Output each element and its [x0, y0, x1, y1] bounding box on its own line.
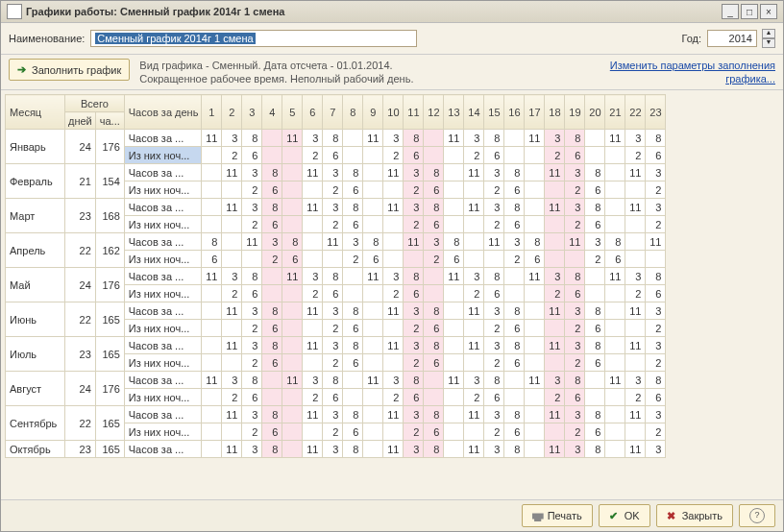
- data-cell[interactable]: [282, 302, 303, 320]
- data-cell[interactable]: 2: [625, 147, 646, 164]
- data-cell[interactable]: [383, 354, 404, 372]
- data-cell[interactable]: 11: [282, 130, 303, 147]
- data-cell[interactable]: 6: [404, 389, 424, 406]
- data-cell[interactable]: [282, 216, 303, 233]
- data-cell[interactable]: 11: [484, 233, 504, 251]
- data-cell[interactable]: [303, 354, 323, 372]
- data-cell[interactable]: 6: [262, 423, 282, 441]
- data-cell[interactable]: 2: [222, 389, 242, 406]
- data-cell[interactable]: [343, 285, 363, 302]
- data-cell[interactable]: 3: [646, 164, 666, 181]
- data-cell[interactable]: 6: [484, 147, 504, 164]
- data-cell[interactable]: 6: [504, 354, 525, 372]
- minimize-button[interactable]: _: [722, 4, 739, 19]
- data-cell[interactable]: 3: [262, 233, 282, 251]
- data-cell[interactable]: 6: [262, 320, 282, 337]
- data-cell[interactable]: 8: [585, 441, 605, 458]
- data-cell[interactable]: 2: [323, 354, 343, 372]
- data-cell[interactable]: 6: [404, 147, 424, 164]
- data-cell[interactable]: 6: [424, 320, 444, 337]
- data-cell[interactable]: 8: [484, 268, 504, 285]
- data-cell[interactable]: 3: [484, 199, 504, 216]
- data-cell[interactable]: 11: [222, 199, 242, 216]
- data-cell[interactable]: 6: [504, 423, 525, 441]
- data-cell[interactable]: [565, 251, 585, 268]
- data-cell[interactable]: 3: [323, 199, 343, 216]
- maximize-button[interactable]: □: [741, 4, 758, 19]
- data-cell[interactable]: [262, 372, 282, 389]
- data-cell[interactable]: 11: [605, 130, 625, 147]
- data-cell[interactable]: [545, 216, 565, 233]
- data-cell[interactable]: 3: [484, 302, 504, 320]
- data-cell[interactable]: 11: [202, 372, 222, 389]
- data-cell[interactable]: 3: [464, 268, 484, 285]
- data-cell[interactable]: 3: [323, 302, 343, 320]
- data-cell[interactable]: 2: [303, 389, 323, 406]
- data-cell[interactable]: 2: [222, 285, 242, 302]
- data-cell[interactable]: 3: [646, 406, 666, 423]
- data-cell[interactable]: 11: [222, 406, 242, 423]
- data-cell[interactable]: [525, 389, 545, 406]
- data-cell[interactable]: 8: [646, 372, 666, 389]
- col-day-2[interactable]: 2: [222, 95, 242, 130]
- data-cell[interactable]: [303, 181, 323, 199]
- data-cell[interactable]: 8: [343, 406, 363, 423]
- data-cell[interactable]: 8: [605, 233, 625, 251]
- data-cell[interactable]: [444, 302, 464, 320]
- data-cell[interactable]: 6: [282, 251, 303, 268]
- data-cell[interactable]: [545, 233, 565, 251]
- data-cell[interactable]: 2: [222, 147, 242, 164]
- data-cell[interactable]: 3: [383, 130, 404, 147]
- data-cell[interactable]: 2: [424, 251, 444, 268]
- data-cell[interactable]: [464, 233, 484, 251]
- data-cell[interactable]: 8: [242, 372, 262, 389]
- data-cell[interactable]: 11: [222, 164, 242, 181]
- data-cell[interactable]: [605, 216, 625, 233]
- data-cell[interactable]: 2: [323, 320, 343, 337]
- data-cell[interactable]: 3: [343, 233, 363, 251]
- data-cell[interactable]: [424, 372, 444, 389]
- data-cell[interactable]: [605, 320, 625, 337]
- data-cell[interactable]: [444, 320, 464, 337]
- data-cell[interactable]: 11: [525, 130, 545, 147]
- data-cell[interactable]: 11: [565, 233, 585, 251]
- data-cell[interactable]: 3: [404, 164, 424, 181]
- data-cell[interactable]: [383, 233, 404, 251]
- data-cell[interactable]: 3: [404, 337, 424, 354]
- data-cell[interactable]: [525, 164, 545, 181]
- data-cell[interactable]: 2: [404, 181, 424, 199]
- data-cell[interactable]: 8: [484, 130, 504, 147]
- data-cell[interactable]: 6: [444, 251, 464, 268]
- data-cell[interactable]: [363, 164, 383, 181]
- col-day-17[interactable]: 17: [525, 95, 545, 130]
- data-cell[interactable]: 3: [646, 337, 666, 354]
- data-cell[interactable]: 2: [404, 320, 424, 337]
- data-cell[interactable]: 3: [323, 337, 343, 354]
- data-cell[interactable]: 2: [464, 147, 484, 164]
- data-cell[interactable]: [202, 389, 222, 406]
- data-cell[interactable]: 11: [525, 372, 545, 389]
- data-cell[interactable]: 2: [484, 354, 504, 372]
- data-cell[interactable]: [363, 216, 383, 233]
- col-hours[interactable]: ча...: [95, 112, 124, 130]
- data-cell[interactable]: 6: [585, 320, 605, 337]
- data-cell[interactable]: 3: [303, 372, 323, 389]
- table-row[interactable]: Январь24176Часов за ...11381138113811381…: [6, 130, 666, 147]
- data-cell[interactable]: 2: [484, 320, 504, 337]
- data-cell[interactable]: [202, 216, 222, 233]
- data-cell[interactable]: [262, 285, 282, 302]
- data-cell[interactable]: 8: [262, 302, 282, 320]
- data-cell[interactable]: 6: [242, 147, 262, 164]
- data-cell[interactable]: 2: [242, 320, 262, 337]
- data-cell[interactable]: 3: [404, 441, 424, 458]
- data-cell[interactable]: [444, 181, 464, 199]
- data-cell[interactable]: 6: [565, 285, 585, 302]
- data-cell[interactable]: [343, 147, 363, 164]
- data-cell[interactable]: 11: [222, 337, 242, 354]
- data-cell[interactable]: 6: [565, 147, 585, 164]
- data-cell[interactable]: 8: [343, 441, 363, 458]
- data-cell[interactable]: [605, 406, 625, 423]
- data-cell[interactable]: [504, 147, 525, 164]
- data-cell[interactable]: [222, 216, 242, 233]
- data-cell[interactable]: [625, 320, 646, 337]
